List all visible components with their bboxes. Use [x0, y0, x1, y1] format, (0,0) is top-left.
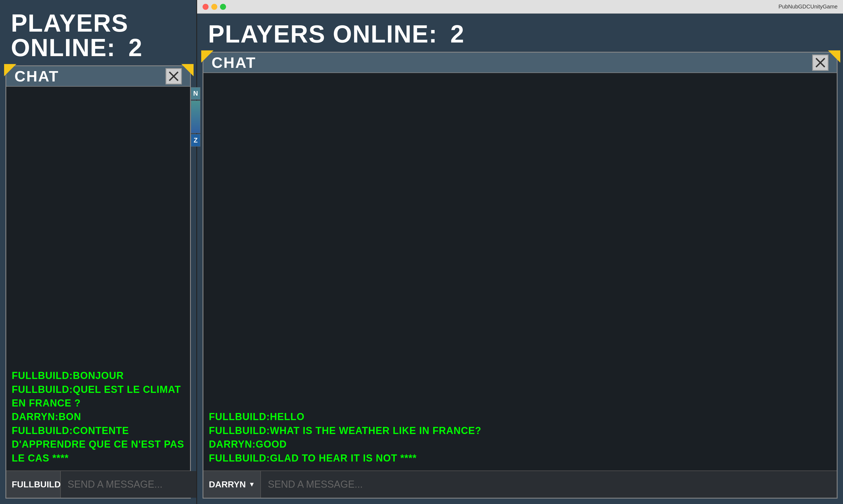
left-user-selector[interactable]: FULLBUILD ▼	[6, 471, 61, 498]
right-chat-header: CHAT	[204, 53, 837, 73]
left-message-1: FULLBUILD:BONJOUR	[12, 369, 185, 382]
right-corner-tl-shape	[201, 50, 213, 62]
right-corner-top-right-decoration	[828, 50, 839, 61]
players-online-text: PLAYERS ONLINE: 2	[11, 10, 143, 61]
sidebar-tab-color1[interactable]	[191, 101, 200, 133]
right-corner-tr-shape	[828, 50, 840, 62]
corner-top-right-decoration	[181, 64, 192, 75]
players-label: PLAYERS ONLINE:	[11, 10, 128, 61]
left-chat-input-area: FULLBUILD ▼	[6, 470, 190, 498]
players-count: 2	[128, 34, 143, 61]
left-message-3: DARRYN:BON	[12, 410, 185, 424]
right-chat-input-area: DARRYN ▼	[204, 470, 837, 498]
mac-titlebar: PubNubGDCUnityGame	[197, 0, 843, 14]
left-message-input[interactable]	[61, 471, 197, 498]
right-user-name: DARRYN	[209, 480, 246, 489]
right-message-3: DARRYN:GOOD	[209, 437, 831, 451]
left-chat-close-button[interactable]	[165, 68, 182, 85]
right-chat-close-button[interactable]	[812, 54, 828, 71]
left-chat-header: CHAT	[6, 66, 190, 87]
right-dropdown-arrow-icon: ▼	[249, 481, 255, 488]
corner-top-left-decoration	[4, 64, 15, 75]
left-chat-title: CHAT	[15, 67, 59, 85]
left-chat-messages: FULLBUILD:BONJOUR FULLBUILD:QUEL EST LE …	[6, 87, 190, 470]
left-user-name: FULLBUILD	[12, 480, 61, 489]
mac-close-button[interactable]	[203, 4, 209, 10]
left-chat-wrapper: CHAT FULLBUILD:BONJOUR FULLBUILD:QUEL ES…	[5, 66, 191, 499]
right-message-2: FULLBUILD:WHAT IS THE WEATHER LIKE IN FR…	[209, 424, 831, 437]
right-message-input[interactable]	[261, 471, 837, 498]
left-panel: PLAYERS ONLINE: 2 CHAT	[0, 0, 196, 504]
right-x-icon	[815, 57, 826, 68]
right-corner-top-left-decoration	[201, 50, 212, 61]
mac-window-title: PubNubGDCUnityGame	[231, 3, 838, 10]
left-message-4: FULLBUILD:CONTENTE D'APPRENDRE QUE CE N'…	[12, 424, 185, 465]
right-chat-wrapper: CHAT FULLBUILD:HELLO FULLBUILD:WHAT IS T…	[203, 52, 838, 499]
players-online-header: PLAYERS ONLINE: 2	[0, 0, 196, 66]
right-message-1: FULLBUILD:HELLO	[209, 410, 831, 424]
left-chat-box: CHAT FULLBUILD:BONJOUR FULLBUILD:QUEL ES…	[5, 66, 191, 499]
right-players-online-text: PLAYERS ONLINE: 2	[208, 20, 464, 48]
right-chat-box: CHAT FULLBUILD:HELLO FULLBUILD:WHAT IS T…	[203, 52, 838, 499]
right-user-selector[interactable]: DARRYN ▼	[204, 471, 261, 498]
right-chat-messages: FULLBUILD:HELLO FULLBUILD:WHAT IS THE WE…	[204, 73, 837, 470]
x-icon	[168, 71, 179, 82]
right-players-online-header: PLAYERS ONLINE: 2	[197, 14, 843, 52]
right-players-count: 2	[451, 20, 464, 48]
mac-window-buttons	[203, 4, 226, 10]
right-message-4: FULLBUILD:GLAD TO HEAR IT IS NOT ****	[209, 451, 831, 465]
right-chat-title: CHAT	[212, 54, 256, 71]
sidebar-tab-n[interactable]: N	[191, 87, 200, 100]
left-message-2: FULLBUILD:QUEL EST LE CLIMAT EN FRANCE ?	[12, 383, 185, 410]
mac-maximize-button[interactable]	[220, 4, 226, 10]
right-players-label: PLAYERS ONLINE:	[208, 20, 438, 48]
mac-minimize-button[interactable]	[211, 4, 217, 10]
sidebar-tab-z[interactable]: Z	[191, 134, 200, 147]
left-sidebar-tabs: N Z	[191, 87, 200, 147]
right-panel: PubNubGDCUnityGame PLAYERS ONLINE: 2 CHA…	[196, 0, 843, 504]
